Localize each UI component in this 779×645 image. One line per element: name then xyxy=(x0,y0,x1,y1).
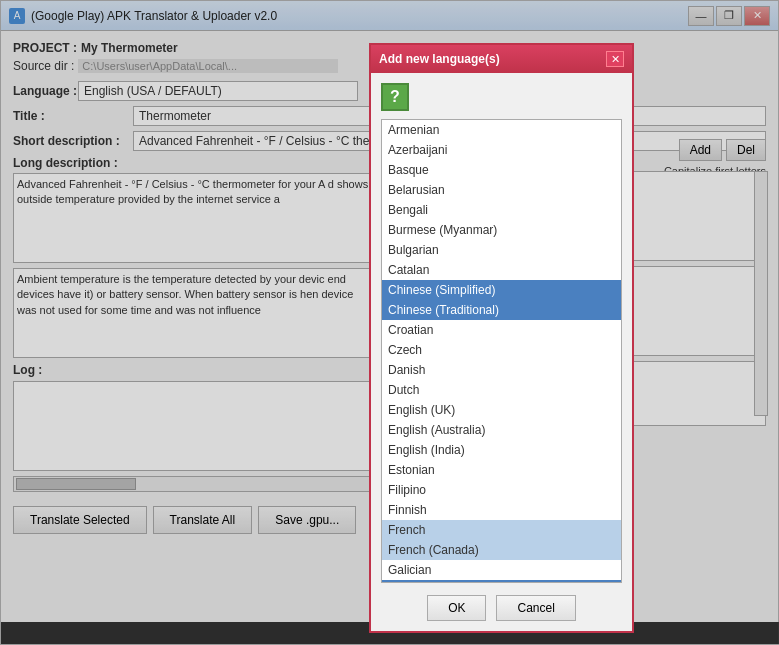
language-list-item[interactable]: Finnish xyxy=(382,500,621,520)
help-icon: ? xyxy=(381,83,409,111)
language-list[interactable]: ArmenianAzerbaijaniBasqueBelarusianBenga… xyxy=(382,120,621,582)
language-list-item[interactable]: English (Australia) xyxy=(382,420,621,440)
language-list-item[interactable]: Danish xyxy=(382,360,621,380)
language-list-item[interactable]: Armenian xyxy=(382,120,621,140)
language-list-item[interactable]: Czech xyxy=(382,340,621,360)
language-list-item[interactable]: Filipino xyxy=(382,480,621,500)
language-list-item[interactable]: Galician xyxy=(382,560,621,580)
language-list-item[interactable]: Burmese (Myanmar) xyxy=(382,220,621,240)
language-list-container: ArmenianAzerbaijaniBasqueBelarusianBenga… xyxy=(381,119,622,583)
dialog-title: Add new language(s) xyxy=(379,52,500,66)
dialog-title-bar: Add new language(s) ✕ xyxy=(371,45,632,73)
language-list-item[interactable]: Azerbaijani xyxy=(382,140,621,160)
language-list-item[interactable]: Catalan xyxy=(382,260,621,280)
dialog-body: ? ArmenianAzerbaijaniBasqueBelarusianBen… xyxy=(371,73,632,631)
language-list-item[interactable]: Chinese (Simplified) xyxy=(382,280,621,300)
main-window: A (Google Play) APK Translator & Uploade… xyxy=(0,0,779,645)
ok-button[interactable]: OK xyxy=(427,595,486,621)
language-list-item[interactable]: Belarusian xyxy=(382,180,621,200)
cancel-button[interactable]: Cancel xyxy=(496,595,575,621)
language-list-item[interactable]: English (UK) xyxy=(382,400,621,420)
add-language-dialog: Add new language(s) ✕ ? ArmenianAzerbaij… xyxy=(369,43,634,633)
dialog-close-button[interactable]: ✕ xyxy=(606,51,624,67)
dialog-buttons: OK Cancel xyxy=(381,591,622,621)
language-list-item[interactable]: French (Canada) xyxy=(382,540,621,560)
language-list-item[interactable]: Estonian xyxy=(382,460,621,480)
language-list-item[interactable]: Croatian xyxy=(382,320,621,340)
language-list-item[interactable]: Bengali xyxy=(382,200,621,220)
language-list-item[interactable]: English (India) xyxy=(382,440,621,460)
dialog-help-row: ? xyxy=(381,83,622,111)
language-list-item[interactable]: Chinese (Traditional) xyxy=(382,300,621,320)
language-list-item[interactable]: Basque xyxy=(382,160,621,180)
language-list-item[interactable]: Dutch xyxy=(382,380,621,400)
language-list-item[interactable]: French xyxy=(382,520,621,540)
language-list-item[interactable]: German xyxy=(382,580,621,582)
language-list-item[interactable]: Bulgarian xyxy=(382,240,621,260)
